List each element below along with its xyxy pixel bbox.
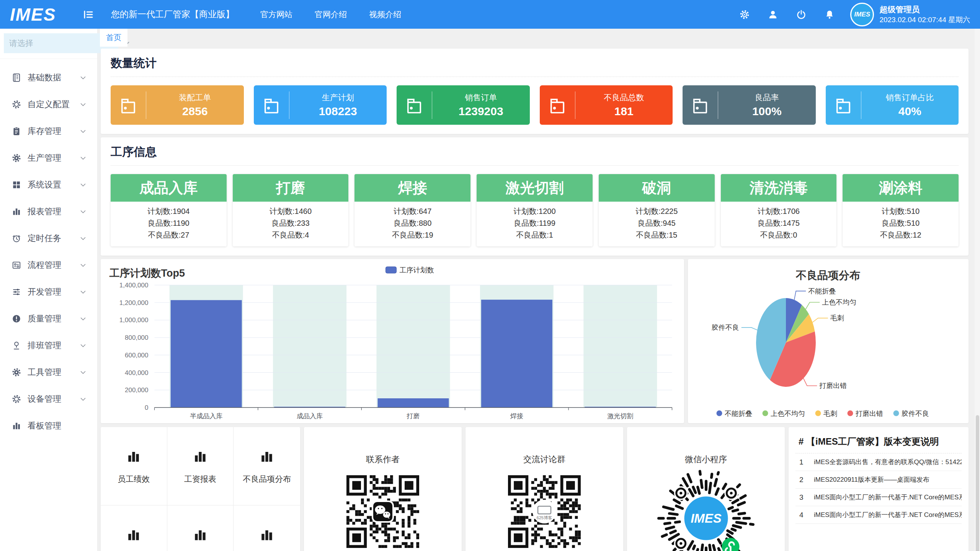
sidebar-item-12-gear-filled[interactable]: 工具管理 bbox=[0, 359, 97, 386]
sidebar-item-label: 工具管理 bbox=[28, 367, 79, 378]
sidebar-item-5-grid[interactable]: 系统设置 bbox=[0, 171, 97, 198]
stat-label: 销售订单 bbox=[465, 92, 497, 103]
sidebar-item-11-person-stamp[interactable]: 排班管理 bbox=[0, 332, 97, 359]
sidebar-item-7-alarm-clock[interactable]: 定时任务 bbox=[0, 225, 97, 252]
chevron-down-icon bbox=[79, 368, 87, 377]
good-count: 良品数:510 bbox=[843, 217, 959, 229]
sidebar-item-2-gear-outline[interactable]: 自定义配置 bbox=[0, 91, 97, 118]
process-cards-row: 成品入库计划数:1904良品数:1190不良品数:27打磨计划数:1460良品数… bbox=[111, 174, 959, 246]
report-shortcuts-card: 员工绩效工资报表不良品项分布不良品项汇总生产报表产量统计 bbox=[101, 427, 300, 551]
sidebar-item-label: 设备管理 bbox=[28, 393, 79, 405]
defect-count: 不良品数:0 bbox=[721, 229, 837, 241]
plan-count: 计划数:1200 bbox=[477, 205, 593, 217]
changelog-title: # 【iMES工厂管家】版本变更说明 bbox=[795, 435, 962, 453]
changelog-row-number: 1 bbox=[795, 458, 814, 466]
report-item[interactable]: 工资报表 bbox=[167, 427, 234, 505]
svg-text:200,000: 200,000 bbox=[125, 386, 148, 394]
chevron-down-icon bbox=[79, 288, 87, 296]
qr-code: IMES bbox=[655, 468, 757, 551]
barchart-icon bbox=[258, 526, 275, 543]
notebook-icon bbox=[11, 73, 21, 83]
svg-text:上色不均匀: 上色不均匀 bbox=[771, 410, 805, 417]
report-item[interactable]: 生产报表 bbox=[167, 505, 234, 551]
svg-text:625博客: 625博客 bbox=[537, 515, 552, 520]
defect-count: 不良品数:15 bbox=[599, 229, 715, 241]
process-card: 涮涂料计划数:510良品数:510不良品数:12 bbox=[843, 174, 959, 246]
stat-card: 装配工单2856 bbox=[111, 85, 244, 125]
svg-text:半成品入库: 半成品入库 bbox=[190, 412, 222, 420]
sidebar-item-3-clipboard[interactable]: 库存管理 bbox=[0, 118, 97, 145]
sidebar-item-label: 质量管理 bbox=[28, 313, 79, 324]
good-count: 良品数:880 bbox=[354, 217, 470, 229]
gear-outline-icon bbox=[11, 99, 21, 109]
menu-collapse-icon[interactable] bbox=[82, 8, 95, 21]
qr-panel-title: 交流讨论群 bbox=[523, 454, 565, 465]
sidebar-item-1-notebook[interactable]: 基础数据 bbox=[0, 64, 97, 91]
stat-text: 不良品总数181 bbox=[575, 92, 673, 118]
stats-section-title: 数量统计 bbox=[111, 55, 959, 77]
bottom-row: 员工绩效工资报表不良品项分布不良品项汇总生产报表产量统计 联系作者扫一扫上面的二… bbox=[101, 427, 969, 551]
nav-official-site[interactable]: 官方网站 bbox=[260, 9, 292, 20]
gear-icon[interactable] bbox=[739, 9, 750, 20]
stat-card: 生产计划108223 bbox=[254, 85, 387, 125]
qr-code bbox=[346, 475, 419, 548]
changelog-card: # 【iMES工厂管家】版本变更说明 1iMES全套源码出售，有意者的联系QQ/… bbox=[789, 427, 969, 551]
good-count: 良品数:1199 bbox=[477, 217, 593, 229]
process-card: 焊接计划数:647良品数:880不良品数:19 bbox=[354, 174, 470, 246]
sidebar-item-13-gear-outline[interactable]: 设备管理 bbox=[0, 386, 97, 412]
sidebar-item-label: 系统设置 bbox=[28, 179, 79, 191]
report-item[interactable]: 员工绩效 bbox=[101, 427, 167, 505]
chevron-down-icon bbox=[79, 207, 87, 216]
chevron-down-icon bbox=[79, 315, 87, 323]
changelog-row-text: iMES面向小型工厂的新一代基于.NET Core的MES系统__PC端 bbox=[814, 510, 962, 519]
barchart-icon bbox=[192, 448, 209, 465]
changelog-row-number: 4 bbox=[795, 511, 814, 519]
sidebar-item-14-barchart[interactable]: 看板管理 bbox=[0, 412, 97, 439]
chevron-down-icon bbox=[79, 341, 87, 350]
svg-text:不能折叠: 不能折叠 bbox=[725, 410, 752, 417]
container-icon bbox=[826, 95, 861, 115]
nav-site-intro[interactable]: 官网介绍 bbox=[315, 9, 347, 20]
sidebar-item-label: 基础数据 bbox=[28, 72, 79, 83]
report-item[interactable]: 不良品项汇总 bbox=[101, 505, 167, 551]
report-item[interactable]: 产量统计 bbox=[234, 505, 300, 551]
power-icon[interactable] bbox=[796, 9, 807, 20]
user-icon[interactable] bbox=[768, 9, 778, 20]
qr-code: 625博客 bbox=[508, 475, 581, 548]
barchart-icon bbox=[11, 207, 21, 217]
changelog-row: 1iMES全套源码出售，有意者的联系QQ/微信：514224717 bbox=[795, 453, 962, 471]
stat-label: 良品率 bbox=[755, 92, 779, 103]
changelog-row-text: iMES面向小型工厂的新一代基于.NET Core的MES系统__移动端 bbox=[814, 493, 962, 502]
scrollbar-thumb[interactable] bbox=[976, 415, 979, 551]
nav-video-intro[interactable]: 视频介绍 bbox=[369, 9, 401, 20]
charts-row: 0200,000400,000600,000800,0001,000,0001,… bbox=[101, 259, 969, 423]
sidebar-item-6-barchart[interactable]: 报表管理 bbox=[0, 198, 97, 225]
chevron-down-icon bbox=[79, 181, 87, 189]
sidebar-item-10-exclamation[interactable]: 质量管理 bbox=[0, 305, 97, 332]
process-card-title: 破洞 bbox=[599, 174, 715, 202]
svg-text:1,400,000: 1,400,000 bbox=[119, 282, 149, 289]
avatar[interactable]: IMES bbox=[850, 3, 874, 26]
barchart-icon bbox=[192, 526, 209, 543]
pie-chart: 不良品项分布不能折叠上色不均匀毛刺打磨出错胶件不良不能折叠上色不均匀毛刺打磨出错… bbox=[688, 259, 969, 423]
barchart-icon bbox=[258, 448, 275, 465]
svg-text:工序计划数: 工序计划数 bbox=[400, 266, 434, 274]
tab-home[interactable]: 首页 bbox=[100, 29, 127, 47]
chevron-down-icon bbox=[79, 127, 87, 135]
bell-icon[interactable] bbox=[824, 9, 835, 20]
app-title: 您的新一代工厂管家【商业版】 bbox=[111, 8, 234, 20]
sidebar-item-4-gear-filled[interactable]: 生产管理 bbox=[0, 145, 97, 171]
sidebar-item-8-flow-card[interactable]: 流程管理 bbox=[0, 252, 97, 279]
sidebar-item-label: 自定义配置 bbox=[28, 99, 79, 110]
good-count: 良品数:233 bbox=[233, 217, 349, 229]
process-card-body: 计划数:1460良品数:233不良品数:4 bbox=[233, 202, 349, 246]
svg-text:打磨出错: 打磨出错 bbox=[856, 410, 883, 417]
sidebar-item-label: 看板管理 bbox=[28, 420, 87, 432]
page-scrollbar[interactable] bbox=[975, 29, 980, 551]
svg-text:800,000: 800,000 bbox=[125, 334, 148, 341]
container-icon bbox=[540, 95, 575, 115]
report-item-label: 工资报表 bbox=[184, 474, 216, 484]
report-item[interactable]: 不良品项分布 bbox=[234, 427, 300, 505]
topbar: IMES 您的新一代工厂管家【商业版】 官方网站 官网介绍 视频介绍 IMES bbox=[0, 0, 980, 29]
sidebar-item-9-sliders[interactable]: 开发管理 bbox=[0, 279, 97, 305]
